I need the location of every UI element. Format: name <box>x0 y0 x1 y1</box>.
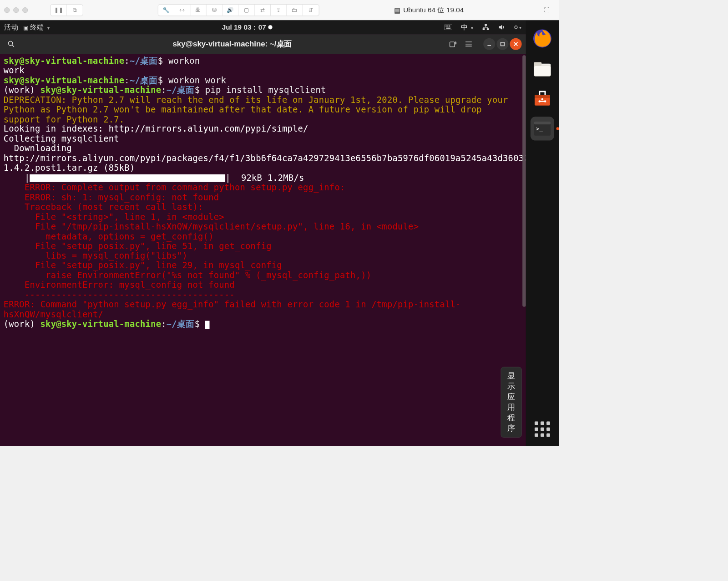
svg-rect-2 <box>448 25 449 26</box>
cursor <box>205 321 210 329</box>
recording-indicator-icon <box>268 25 273 29</box>
svg-rect-6 <box>483 28 485 30</box>
svg-point-10 <box>8 41 12 46</box>
svg-line-11 <box>12 45 14 47</box>
svg-rect-27 <box>535 95 550 98</box>
close-button[interactable] <box>510 38 522 50</box>
zoom-dot[interactable] <box>22 7 28 13</box>
volume-icon[interactable] <box>498 23 506 31</box>
dock-tooltip: 显示应用程序 <box>501 367 522 438</box>
wrench-icon[interactable]: 🔧 <box>158 5 174 16</box>
dock-show-apps[interactable] <box>531 417 554 441</box>
svg-rect-4 <box>446 28 450 29</box>
terminal-titlebar: sky@sky-virtual-machine: ~/桌面 <box>0 34 526 54</box>
camera-icon[interactable]: ▢ <box>238 5 254 16</box>
maximize-button[interactable] <box>496 38 508 50</box>
svg-point-31 <box>541 98 544 101</box>
network-icon[interactable]: ⇵ <box>303 5 318 16</box>
terminal-window: sky@sky-virtual-machine: ~/桌面 sk <box>0 34 526 446</box>
svg-rect-0 <box>445 25 452 30</box>
svg-text:>_: >_ <box>536 126 543 132</box>
speaker-icon[interactable]: 🔊 <box>222 5 238 16</box>
vm-title: ▤ Ubuntu 64 位 19.04 <box>394 5 464 15</box>
svg-rect-3 <box>449 25 450 26</box>
svg-rect-12 <box>450 42 455 47</box>
dock-terminal[interactable]: >_ <box>531 117 554 140</box>
pause-icon[interactable]: ❚❚ <box>51 5 66 16</box>
activities-button[interactable]: 活动 <box>4 23 18 32</box>
disk-icon[interactable]: ⛁ <box>206 5 222 16</box>
keyboard-icon[interactable] <box>445 23 452 31</box>
svg-rect-33 <box>534 122 551 124</box>
dock-files[interactable] <box>531 56 554 80</box>
dock-software[interactable] <box>531 87 554 110</box>
app-menu[interactable]: ▣ 终端 <box>23 23 50 32</box>
search-icon[interactable] <box>4 37 18 51</box>
network-wired-icon[interactable] <box>482 23 490 31</box>
svg-rect-25 <box>534 66 551 76</box>
window-traffic-lights <box>4 7 28 13</box>
snapshot-icon[interactable]: ⧉ <box>67 5 83 16</box>
gnome-dock: >_ 显示应用程序 <box>526 20 559 446</box>
window-title: sky@sky-virtual-machine: ~/桌面 <box>19 39 445 49</box>
apps-grid-icon <box>531 417 554 441</box>
terminal-body[interactable]: sky@sky-virtual-machine:~/桌面$ workon wor… <box>0 54 526 446</box>
svg-rect-5 <box>485 24 487 26</box>
scrollbar-thumb[interactable] <box>522 55 526 307</box>
vm-os-icon: ▤ <box>394 6 401 14</box>
vm-device-controls: 🔧 ‹·› 🖶 ⛁ 🔊 ▢ ⇄ ⇪ 🗀 ⇵ <box>158 4 319 16</box>
folder-icon[interactable]: 🗀 <box>287 5 303 16</box>
code-icon[interactable]: ‹·› <box>174 5 190 16</box>
power-icon[interactable] <box>514 23 522 31</box>
share-icon[interactable]: ⇪ <box>271 5 287 16</box>
gnome-topbar: 活动 ▣ 终端 Jul 19 03：07 中 <box>0 20 526 35</box>
usb-icon[interactable]: ⇄ <box>254 5 270 16</box>
hamburger-menu-icon[interactable] <box>462 37 476 51</box>
new-tab-icon[interactable] <box>446 37 460 51</box>
vm-host-toolbar: ❚❚ ⧉ 🔧 ‹·› 🖶 ⛁ 🔊 ▢ ⇄ ⇪ 🗀 ⇵ ▤ Ubuntu 64 位… <box>0 0 559 20</box>
minimize-dot[interactable] <box>13 7 19 13</box>
svg-rect-24 <box>534 62 542 66</box>
printer-icon[interactable]: 🖶 <box>190 5 206 16</box>
progress-bar <box>30 174 225 182</box>
clock[interactable]: Jul 19 03：07 <box>50 23 445 32</box>
svg-rect-7 <box>487 28 489 30</box>
vm-player-controls: ❚❚ ⧉ <box>51 4 83 16</box>
minimize-button[interactable] <box>483 38 495 50</box>
svg-rect-19 <box>501 42 505 46</box>
ime-indicator[interactable]: 中 <box>461 23 474 32</box>
close-dot[interactable] <box>4 7 10 13</box>
dock-firefox[interactable] <box>531 26 554 50</box>
svg-rect-1 <box>446 25 447 26</box>
fullscreen-icon[interactable]: ⛶ <box>538 5 554 16</box>
